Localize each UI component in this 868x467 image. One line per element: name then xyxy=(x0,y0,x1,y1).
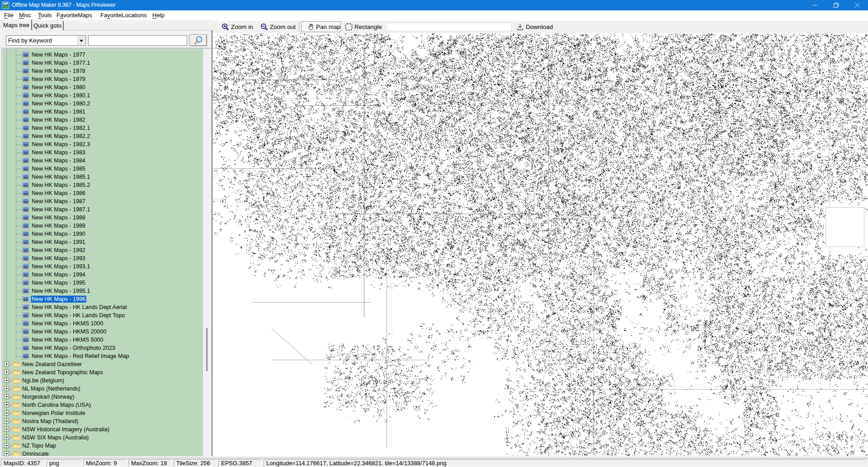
zoom-in-icon[interactable] xyxy=(222,23,229,31)
tree-item-label[interactable]: New HK Maps - 1982 xyxy=(31,116,86,124)
tree-row[interactable]: New HK Maps - 1987.1 xyxy=(2,205,203,214)
tree-item-label[interactable]: New HK Maps - 1995 xyxy=(31,279,86,286)
tree-item-label[interactable]: New HK Maps - Red Relief Image Map xyxy=(31,353,130,360)
tree-row[interactable]: Omniscale xyxy=(2,450,203,457)
tree-folder-label[interactable]: NSW SIX Maps (Australia) xyxy=(21,434,90,441)
zoom-in-button[interactable]: Zoom in xyxy=(231,21,253,33)
tree-row[interactable]: New HK Maps - HK Lands Dept Topo xyxy=(2,311,203,319)
minimize-button[interactable] xyxy=(804,0,826,10)
menu-help[interactable]: Help xyxy=(152,10,165,20)
menu-favoritelocations[interactable]: FavoriteLocations xyxy=(100,10,147,20)
tree-row[interactable]: Norwegian Polar Institute xyxy=(2,409,203,417)
tree-item-label[interactable]: New HK Maps - HKMS 5000 xyxy=(31,336,104,343)
tree-row[interactable]: Nostra Map (Thailand) xyxy=(2,417,203,425)
tree-expand-button[interactable] xyxy=(4,451,9,456)
tree-row[interactable]: New HK Maps - 1983 xyxy=(2,148,203,157)
tree-row[interactable]: New HK Maps - HKMS 20000 xyxy=(2,328,203,336)
tree-item-label[interactable]: New HK Maps - Orthophoto 2023 xyxy=(31,344,116,352)
tree-row[interactable]: Norgeskart (Norway) xyxy=(2,393,203,401)
tree-item-label[interactable]: New HK Maps - 1991 xyxy=(31,238,86,246)
tree-row[interactable]: New HK Maps - 1990 xyxy=(2,230,203,238)
tree-item-label[interactable]: New HK Maps - 1982.2 xyxy=(31,133,91,140)
tree-expand-button[interactable] xyxy=(4,410,9,415)
tree-row[interactable]: New HK Maps - 1980.1 xyxy=(2,91,203,100)
tree-expand-button[interactable] xyxy=(4,394,9,399)
tree-row[interactable]: New HK Maps - 1991 xyxy=(2,238,203,246)
tree-row[interactable]: New HK Maps - 1982.2 xyxy=(2,132,203,140)
tree-item-label[interactable]: New HK Maps - 1978 xyxy=(31,67,86,75)
tree-row[interactable]: New Zealand Topographic Maps xyxy=(2,368,203,376)
tree-row[interactable]: New HK Maps - 1982.1 xyxy=(2,124,203,132)
tree-item-label[interactable]: New HK Maps - 1987 xyxy=(31,198,86,205)
tree-row[interactable]: New HK Maps - 1978 xyxy=(2,67,203,75)
tree-item-label[interactable]: New HK Maps - 1980.2 xyxy=(31,100,91,107)
tab-quick-goto[interactable]: Quick goto xyxy=(32,21,64,30)
tree-item-label[interactable]: New HK Maps - 1983 xyxy=(31,149,86,156)
tree-folder-label[interactable]: NZ Topo Map xyxy=(21,442,57,449)
zoom-out-icon[interactable] xyxy=(260,23,268,31)
tree-row[interactable]: New HK Maps - 1989 xyxy=(2,222,203,230)
map-viewport[interactable] xyxy=(213,33,868,456)
tree-row[interactable]: New HK Maps - 1993 xyxy=(2,254,203,262)
tree-item-label[interactable]: New HK Maps - 1982.1 xyxy=(31,124,91,132)
tree-row[interactable]: New HK Maps - 1985.1 xyxy=(2,173,203,181)
tree-row[interactable]: New HK Maps - 1988 xyxy=(2,214,203,222)
tree-item-label[interactable]: New HK Maps - 1994 xyxy=(31,271,86,278)
tree-item-label[interactable]: New HK Maps - 1986 xyxy=(31,190,86,197)
combo-dropdown-button[interactable] xyxy=(77,36,85,45)
tree-item-label[interactable]: New HK Maps - 1988 xyxy=(31,214,86,221)
tree-expand-button[interactable] xyxy=(4,419,9,424)
tree-folder-label[interactable]: New Zealand Gazetteer xyxy=(21,361,83,368)
tree-item-label[interactable]: New HK Maps - HKMS 20000 xyxy=(31,328,107,335)
tree-item-label[interactable]: New HK Maps - 1985 xyxy=(31,165,86,172)
tree-row[interactable]: New HK Maps - 1985.2 xyxy=(2,181,203,189)
rectangle-button[interactable]: Rectangle xyxy=(354,21,382,33)
tree-item-label[interactable]: New HK Maps - 1985.2 xyxy=(31,181,91,189)
tree-row[interactable]: New HK Maps - 1984 xyxy=(2,157,203,165)
tree-row[interactable]: New HK Maps - 1987 xyxy=(2,197,203,205)
tree-item-label[interactable]: New HK Maps - 1979 xyxy=(31,76,86,83)
tree-item-label[interactable]: New HK Maps - 1987.1 xyxy=(31,206,91,213)
tree-item-label[interactable]: New HK Maps - 1977.1 xyxy=(31,59,91,67)
tree-item-label[interactable]: New HK Maps - 1984 xyxy=(31,157,86,164)
tree-row[interactable]: North Carolina Maps (USA) xyxy=(2,401,203,409)
tree-folder-label[interactable]: NSW Historical Imagery (Australia) xyxy=(21,426,110,433)
tree-item-label[interactable]: New HK Maps - 1989 xyxy=(31,222,86,229)
tree-expand-button[interactable] xyxy=(4,402,9,407)
tree-expand-button[interactable] xyxy=(4,427,9,432)
download-button[interactable]: Download xyxy=(526,21,553,33)
tab-maps-tree[interactable]: Maps tree xyxy=(1,19,32,30)
tree-folder-label[interactable]: Omniscale xyxy=(21,450,50,457)
tree-scrollbar-thumb[interactable] xyxy=(206,328,208,371)
tree-item-label[interactable]: New HK Maps - 1992 xyxy=(31,247,86,254)
tree-item-label[interactable]: New HK Maps - 1977 xyxy=(31,51,86,58)
tree-expand-button[interactable] xyxy=(4,435,9,440)
tree-row[interactable]: New HK Maps - 1992 xyxy=(2,246,203,254)
tree-row[interactable]: New HK Maps - Red Relief Image Map xyxy=(2,352,203,360)
toolbar-input[interactable] xyxy=(386,23,512,31)
search-input[interactable] xyxy=(88,35,187,46)
tree-item-label[interactable]: New HK Maps - HKMS 1000 xyxy=(31,320,104,327)
menu-file[interactable]: File xyxy=(4,10,14,20)
tree-item-label[interactable]: New HK Maps - HK Lands Dept Topo xyxy=(31,312,126,319)
tree-row[interactable]: New HK Maps - HKMS 1000 xyxy=(2,319,203,328)
tree-row[interactable]: New HK Maps - 1993.1 xyxy=(2,262,203,271)
tree-row[interactable]: New HK Maps - 1985 xyxy=(2,165,203,173)
tree-row[interactable]: New HK Maps - Orthophoto 2023 xyxy=(2,344,203,352)
tree-row[interactable]: NSW Historical Imagery (Australia) xyxy=(2,425,203,434)
download-icon[interactable] xyxy=(516,23,524,31)
tree-row[interactable]: New HK Maps - 1977.1 xyxy=(2,59,203,67)
tree-item-label[interactable]: New HK Maps - 1985.1 xyxy=(31,173,91,181)
tree-row[interactable]: New HK Maps - 1995 xyxy=(2,279,203,287)
tree-row[interactable]: New Zealand Gazetteer xyxy=(2,360,203,368)
tree-folder-label[interactable]: NL Maps (Netherlands) xyxy=(21,385,81,392)
tree-item-label[interactable]: New HK Maps - 1982.3 xyxy=(31,141,91,148)
find-mode-combobox[interactable]: Find by Keyword xyxy=(6,35,86,46)
tree-row[interactable]: New HK Maps - 1977 xyxy=(2,51,203,59)
tree-expand-button[interactable] xyxy=(4,443,9,448)
tree-item-label[interactable]: New HK Maps - 1980 xyxy=(31,84,86,91)
tree-row[interactable]: NL Maps (Netherlands) xyxy=(2,385,203,393)
tree-row[interactable]: New HK Maps - HK Lands Dept Aerial xyxy=(2,303,203,311)
tree-scrollbar[interactable] xyxy=(203,48,212,456)
menu-favoritemaps[interactable]: FavoriteMaps xyxy=(57,10,92,20)
